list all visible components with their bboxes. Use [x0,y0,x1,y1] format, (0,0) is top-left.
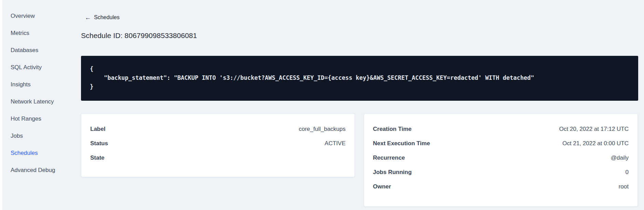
row-state-key: State [90,155,105,161]
row-owner-key: Owner [373,183,391,190]
row-status-value: ACTIVE [325,140,346,147]
row-label-value: core_full_backups [299,126,346,133]
row-label: Label core_full_backups [90,122,346,136]
sidebar-item-schedules[interactable]: Schedules [2,145,67,162]
sidebar-item-overview[interactable]: Overview [2,8,67,25]
schedule-details-card: Label core_full_backups Status ACTIVE St… [81,113,355,177]
row-next-execution-time-value: Oct 21, 2022 at 0:00 UTC [562,140,629,147]
sidebar-item-advanced-debug[interactable]: Advanced Debug [2,162,67,179]
backup-statement-code-block: { "backup_statement": "BACKUP INTO 's3:/… [81,56,638,101]
sidebar-item-jobs[interactable]: Jobs [2,127,67,145]
window-left-edge [0,0,2,210]
row-next-execution-time-key: Next Execution Time [373,140,430,147]
row-next-execution-time: Next Execution Time Oct 21, 2022 at 0:00… [373,136,629,151]
sidebar-item-network-latency[interactable]: Network Latency [2,93,67,110]
row-recurrence-key: Recurrence [373,155,405,161]
row-owner: Owner root [373,180,629,194]
sidebar-item-hot-ranges[interactable]: Hot Ranges [2,110,67,127]
row-state: State [90,151,346,165]
row-recurrence-value: @daily [611,155,629,161]
code-line-close-brace: } [90,82,629,91]
row-status: Status ACTIVE [90,136,346,151]
row-status-key: Status [90,140,108,147]
sidebar-nav: Overview Metrics Databases SQL Activity … [2,8,67,179]
back-link-label: Schedules [94,14,120,21]
row-creation-time: Creation Time Oct 20, 2022 at 17:12 UTC [373,122,629,136]
sidebar-item-sql-activity[interactable]: SQL Activity [2,59,67,76]
row-jobs-running: Jobs Running 0 [373,165,629,180]
code-line-open-brace: { [90,64,629,73]
row-creation-time-key: Creation Time [373,126,412,133]
page-title: Schedule ID: 806799098533806081 [81,32,197,40]
back-to-schedules-link[interactable]: ← Schedules [85,14,120,21]
sidebar-item-metrics[interactable]: Metrics [2,25,67,42]
back-arrow-icon: ← [85,14,91,21]
row-recurrence: Recurrence @daily [373,151,629,165]
row-owner-value: root [619,183,629,190]
row-creation-time-value: Oct 20, 2022 at 17:12 UTC [559,126,629,133]
row-jobs-running-value: 0 [626,169,629,176]
schedule-timing-card: Creation Time Oct 20, 2022 at 17:12 UTC … [364,113,638,207]
row-label-key: Label [90,126,105,133]
sidebar-item-databases[interactable]: Databases [2,42,67,59]
code-line-backup-statement: "backup_statement": "BACKUP INTO 's3://b… [90,73,629,82]
row-jobs-running-key: Jobs Running [373,169,412,176]
sidebar-item-insights[interactable]: Insights [2,76,67,93]
